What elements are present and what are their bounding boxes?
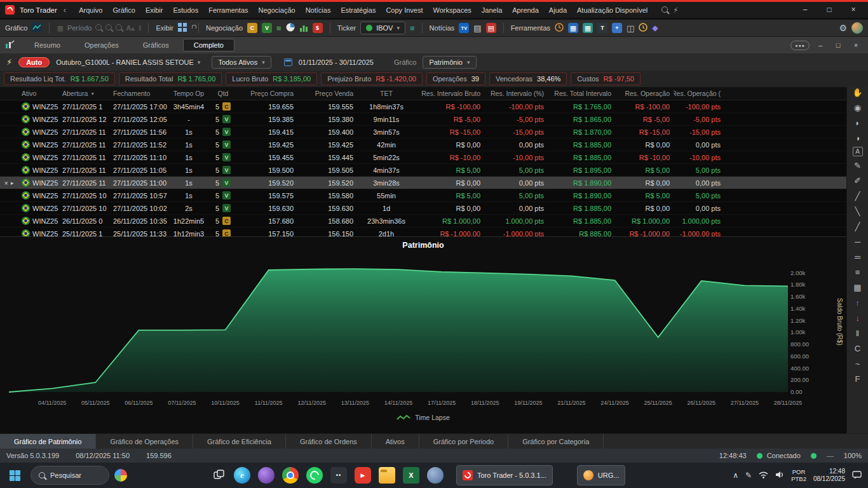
maximize-button[interactable]: □ <box>820 2 839 18</box>
droplet-icon[interactable]: ◗ <box>851 116 865 129</box>
function-icon[interactable]: F <box>851 372 865 385</box>
pencil-icon[interactable]: ✎ <box>851 159 865 172</box>
panel-minimize-button[interactable]: – <box>813 41 827 49</box>
column-header-res_total_intervalo[interactable]: Res. Total Intervalo <box>548 87 615 100</box>
column-header-tet[interactable]: TET <box>357 87 416 100</box>
column-header-res_intervalo_bruto[interactable]: Res. Intervalo Bruto <box>416 87 484 100</box>
menu-item-estudos[interactable]: Estudos <box>173 6 198 14</box>
urg-taskbar-button[interactable]: URG... <box>577 465 626 485</box>
menu-item-atualiza-o-dispon-vel[interactable]: Atualização Disponível <box>577 6 648 14</box>
column-header-abertura[interactable]: Abertura▼ <box>58 87 109 100</box>
grid-tool-icon[interactable]: ▦ <box>851 281 865 294</box>
newspaper-icon[interactable]: ▤ <box>473 24 481 33</box>
close-button[interactable]: × <box>844 2 863 18</box>
chart-type-dropdown[interactable]: Patrimônio ▾ <box>423 56 476 69</box>
period-icon[interactable]: ▦ <box>57 24 63 32</box>
tools-notes-icon[interactable]: T <box>597 23 607 33</box>
tools-calculator-icon[interactable]: ▦ <box>583 23 593 33</box>
tab-gr-fico-de-opera-es[interactable]: Gráfico de Operações <box>96 434 193 449</box>
tools-alarm-icon[interactable] <box>639 23 648 33</box>
column-header-qtd[interactable]: Qtd <box>208 87 238 100</box>
date-range[interactable]: 01/11/2025 - 30/11/2025 <box>299 58 374 66</box>
menu-item-negocia-o[interactable]: Negociação <box>259 6 295 14</box>
tab-ativos[interactable]: Ativos <box>372 434 419 449</box>
taskbar-search[interactable]: Pesquisar <box>31 466 109 485</box>
chart-window-icon[interactable] <box>32 23 42 33</box>
chrome-icon[interactable] <box>282 467 299 484</box>
titlebar-search-icon[interactable] <box>661 6 668 14</box>
tools-clock-icon[interactable] <box>555 23 564 33</box>
orders-list-icon[interactable]: ≡ <box>276 24 281 33</box>
tab-resumo[interactable]: Resumo <box>24 39 71 51</box>
panel-close-button[interactable]: × <box>849 41 863 49</box>
menu-item-arquivo[interactable]: Arquivo <box>79 6 102 14</box>
quick-share-icon[interactable]: ⚡ <box>673 6 678 15</box>
language-indicator[interactable]: POR PTB2 <box>791 468 806 483</box>
tray-pen-icon[interactable]: ✎ <box>745 471 752 480</box>
more-options-button[interactable]: ●●● <box>790 41 810 50</box>
collapse-menu-icon[interactable]: ‹ <box>64 5 66 15</box>
wave-icon[interactable]: ~ <box>851 357 865 370</box>
column-header-res_operacao[interactable]: Res. Operação <box>615 87 674 100</box>
avatar[interactable] <box>851 22 863 34</box>
whatsapp-icon[interactable] <box>306 467 323 484</box>
arrow-down-icon[interactable]: ↓ <box>851 311 865 324</box>
column-header-res_operacao_pts[interactable]: Res. Operação ( <box>674 87 724 100</box>
paint-icon[interactable]: ◑ <box>851 132 865 144</box>
tab-gr-fico-por-categoria[interactable]: Gráfico por Categoria <box>508 434 604 449</box>
buy-icon[interactable]: C <box>247 23 257 33</box>
auto-badge[interactable]: Auto <box>18 57 50 67</box>
minimize-button[interactable]: – <box>796 2 815 18</box>
toro-taskbar-button[interactable]: Toro Trader - 5.0.3.1... <box>456 465 553 485</box>
task-view-icon[interactable] <box>214 469 225 482</box>
menu-item-ajuda[interactable]: Ajuda <box>549 6 567 14</box>
table-row[interactable]: WINZ2527/11/2025 1227/11/2025 12:05-5V15… <box>0 113 846 126</box>
tab-completo[interactable]: Completo <box>183 39 234 51</box>
tab-gr-ficos[interactable]: Gráficos <box>133 39 179 51</box>
volume-icon[interactable] <box>775 471 784 480</box>
channel-icon[interactable]: ‖ <box>851 327 865 339</box>
ticker-select[interactable]: IBOV ▾ <box>360 22 405 34</box>
zoom-out-button[interactable]: — <box>827 452 834 459</box>
arrow-up-icon[interactable]: ↑ <box>851 296 865 309</box>
table-row[interactable]: ×▸WINZ2527/11/2025 1127/11/2025 11:001s5… <box>0 177 846 189</box>
column-header-tempo_op[interactable]: Tempo Op <box>169 87 208 100</box>
tab-gr-fico-por-periodo[interactable]: Gráfico por Periodo <box>419 434 508 449</box>
tools-calendar-icon[interactable]: ▦ <box>568 23 578 33</box>
column-header-ativo[interactable]: Ativo <box>18 87 58 100</box>
gear-icon[interactable]: ⚙ <box>839 23 847 33</box>
notification-center-icon[interactable] <box>852 471 862 480</box>
assets-filter-dropdown[interactable]: Todos Ativos ▾ <box>212 56 271 69</box>
circle-tool-icon[interactable]: C <box>851 342 865 355</box>
widgets-icon[interactable] <box>114 469 127 482</box>
font-size-icon[interactable]: A▴ <box>126 24 134 32</box>
horizontal-line-icon[interactable]: ─ <box>851 235 865 248</box>
network-icon[interactable] <box>759 471 768 480</box>
tray-clock[interactable]: 12:48 08/12/2025 <box>813 468 845 483</box>
zoom-in-icon[interactable] <box>95 24 102 32</box>
tools-apps-icon[interactable]: ◆ <box>652 24 658 32</box>
hand-icon[interactable]: ✋ <box>851 86 865 98</box>
parallel-lines-icon[interactable]: ═ <box>851 250 865 263</box>
tv-icon[interactable]: TV <box>459 23 469 33</box>
column-header-res_intervalo_pct[interactable]: Res. Intervalo (%) <box>484 87 548 100</box>
menu-item-ferramentas[interactable]: Ferramentas <box>208 6 248 14</box>
menu-item-aprenda[interactable]: Aprenda <box>512 6 539 14</box>
brush-icon[interactable]: ✐ <box>851 174 865 187</box>
blue-app-icon[interactable] <box>427 467 444 484</box>
tab-gr-fico-de-ordens[interactable]: Gráfico de Ordens <box>286 434 372 449</box>
volume-bars-icon[interactable] <box>299 24 308 33</box>
start-button[interactable] <box>4 465 25 485</box>
money-icon[interactable]: $ <box>313 23 323 33</box>
watchlist-icon[interactable]: ≡ <box>410 24 415 33</box>
column-header-preco_compra[interactable]: Preço Compra <box>238 87 297 100</box>
zoom-level[interactable]: 100% <box>844 452 862 459</box>
line-icon[interactable]: ╱ <box>851 189 865 202</box>
eye-icon[interactable]: ◉ <box>851 101 865 114</box>
ray-icon[interactable]: ╱ <box>851 220 865 233</box>
zoom-reset-icon[interactable] <box>116 24 122 32</box>
table-row[interactable]: WINZ2527/11/2025 1027/11/2025 10:022s5V1… <box>0 202 846 215</box>
column-header-preco_venda[interactable]: Preço Venda <box>297 87 357 100</box>
zoom-out-icon[interactable] <box>105 24 112 32</box>
menu-item-exibir[interactable]: Exibir <box>146 6 163 14</box>
